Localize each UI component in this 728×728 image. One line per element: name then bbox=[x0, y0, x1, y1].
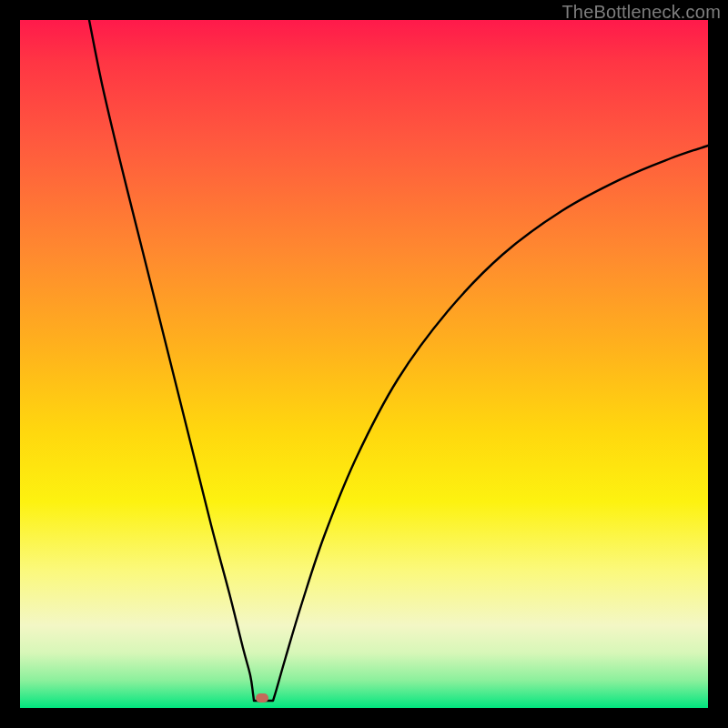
chart-plot-area bbox=[20, 20, 708, 708]
bottleneck-curve bbox=[20, 20, 708, 708]
watermark-text: TheBottleneck.com bbox=[561, 2, 721, 23]
optimum-marker bbox=[256, 693, 268, 703]
